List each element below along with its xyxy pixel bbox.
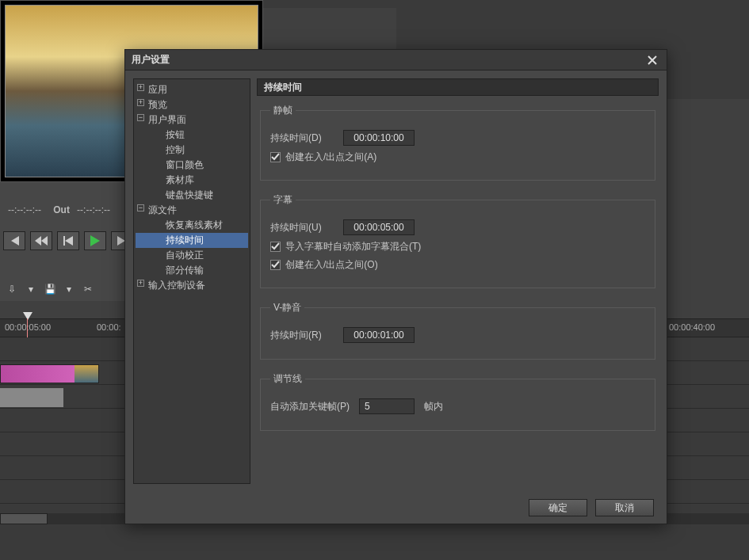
clip-thumbnail [75, 365, 98, 383]
subtitle-automix-checkbox[interactable]: 导入字幕时自动添加字幕混合(T) [270, 240, 421, 253]
ruler-mark: 00:00:05:00 [5, 322, 51, 332]
nav-label: 控制 [166, 144, 185, 155]
audio-clip[interactable] [0, 388, 63, 407]
group-rubberband: 调节线 自动添加关键帧(P) 5 帧内 [260, 372, 655, 431]
nav-src-duration[interactable]: 持续时间 [136, 233, 248, 248]
nav-label: 源文件 [148, 204, 177, 215]
still-create-inout-checkbox[interactable]: 创建在入/出点之间(A) [270, 150, 376, 164]
tc-dash-out: --:--:--:-- [77, 204, 110, 215]
nav-application[interactable]: +应用 [136, 82, 248, 97]
nav-label: 预览 [148, 99, 167, 110]
subtitle-duration-input[interactable]: 00:00:05:00 [343, 219, 415, 235]
dialog-title: 用户设置 [132, 53, 170, 67]
checkbox-icon [270, 260, 281, 270]
ruler-mark: 00:00:40:00 [669, 322, 715, 332]
collapse-icon[interactable]: − [137, 114, 144, 121]
vmute-duration-input[interactable]: 00:00:01:00 [343, 327, 415, 343]
settings-nav-tree: +应用 +预览 −用户界面 按钮 控制 窗口颜色 素材库 键盘快捷键 −源文件 … [133, 78, 250, 484]
group-legend: V-静音 [270, 301, 304, 314]
nav-label: 键盘快捷键 [166, 189, 213, 200]
nav-label: 自动校正 [166, 250, 204, 261]
subtitle-create-inout-checkbox[interactable]: 创建在入/出点之间(O) [270, 258, 378, 272]
expand-icon[interactable]: + [137, 99, 144, 106]
cancel-button[interactable]: 取消 [595, 499, 654, 516]
nav-label: 按钮 [166, 129, 185, 140]
tc-dash: --:--:--:-- [8, 204, 41, 215]
collapse-icon[interactable]: − [137, 204, 144, 211]
nav-ui-assetlib[interactable]: 素材库 [136, 173, 248, 188]
nav-label: 部分传输 [166, 265, 204, 276]
nav-ui-shortcut[interactable]: 键盘快捷键 [136, 188, 248, 203]
autokf-input[interactable]: 5 [359, 398, 415, 414]
dropdown-icon[interactable]: ▾ [62, 283, 76, 295]
edit-toolbar: ⇩ ▾ 💾 ▾ ✂ [0, 277, 135, 301]
checkbox-label: 创建在入/出点之间(O) [285, 258, 378, 272]
user-settings-dialog: 用户设置 +应用 +预览 −用户界面 按钮 控制 窗口颜色 素材库 键盘快捷键 … [124, 49, 667, 524]
nav-label: 应用 [148, 84, 167, 95]
close-button[interactable] [644, 54, 660, 67]
nav-label: 持续时间 [166, 234, 204, 246]
nav-source[interactable]: −源文件 [136, 203, 248, 218]
nav-label: 素材库 [166, 174, 194, 185]
expand-icon[interactable]: + [137, 84, 144, 91]
nav-src-partial[interactable]: 部分传输 [136, 263, 248, 278]
vmute-duration-label: 持续时间(R) [270, 329, 334, 342]
still-duration-input[interactable]: 00:00:10:00 [343, 130, 415, 146]
checkbox-icon [270, 152, 281, 162]
content-header: 持续时间 [257, 78, 659, 96]
nav-src-autofix[interactable]: 自动校正 [136, 248, 248, 263]
nav-user-interface[interactable]: −用户界面 [136, 112, 248, 128]
save-icon[interactable]: 💾 [43, 283, 57, 295]
expand-icon[interactable]: + [137, 280, 144, 287]
checkbox-label: 导入字幕时自动添加字幕混合(T) [285, 240, 421, 253]
group-subtitle: 字幕 持续时间(U) 00:00:05:00 导入字幕时自动添加字幕混合(T) [260, 193, 655, 288]
rewind-button[interactable] [30, 231, 52, 250]
nav-src-restore[interactable]: 恢复离线素材 [136, 218, 248, 233]
nav-ui-button[interactable]: 按钮 [136, 128, 248, 143]
cut-icon[interactable]: ✂ [81, 283, 95, 295]
nav-input-control[interactable]: +输入控制设备 [136, 278, 248, 293]
timecode-row: --:--:--:-- Out --:--:--:-- [8, 204, 110, 215]
nav-label: 输入控制设备 [148, 280, 205, 291]
autokf-label: 自动添加关键帧(P) [270, 400, 350, 413]
checkbox-label: 创建在入/出点之间(A) [285, 150, 376, 164]
prev-button[interactable] [3, 231, 25, 250]
group-vmute: V-静音 持续时间(R) 00:00:01:00 [260, 301, 655, 360]
ok-button[interactable]: 确定 [529, 499, 587, 516]
group-legend: 调节线 [270, 372, 305, 386]
nav-label: 恢复离线素材 [166, 219, 223, 230]
nav-label: 窗口颜色 [166, 159, 204, 170]
dropdown-icon[interactable]: ▾ [24, 283, 38, 295]
frames-suffix: 帧内 [424, 400, 443, 413]
nav-ui-control[interactable]: 控制 [136, 143, 248, 158]
video-clip[interactable] [0, 364, 99, 383]
step-back-button[interactable] [57, 231, 79, 250]
nav-preview[interactable]: +预览 [136, 97, 248, 112]
group-legend: 静帧 [270, 104, 296, 117]
ruler-mark: 00:00: [97, 322, 121, 332]
dialog-titlebar[interactable]: 用户设置 [125, 50, 667, 70]
out-label: Out [53, 204, 70, 215]
export-icon[interactable]: ⇩ [5, 283, 19, 295]
subtitle-duration-label: 持续时间(U) [270, 221, 334, 234]
group-legend: 字幕 [270, 193, 296, 207]
scrollbar-thumb[interactable] [0, 513, 48, 524]
playhead-icon[interactable] [23, 312, 32, 320]
still-duration-label: 持续时间(D) [270, 131, 334, 145]
nav-label: 用户界面 [148, 114, 186, 125]
play-button[interactable] [84, 231, 106, 250]
nav-ui-wincolor[interactable]: 窗口颜色 [136, 158, 248, 173]
settings-content: 持续时间 静帧 持续时间(D) 00:00:10:00 创建在入/出点之间(A) [257, 78, 659, 484]
dialog-footer: 确定 取消 [125, 492, 667, 524]
group-still: 静帧 持续时间(D) 00:00:10:00 创建在入/出点之间(A) [260, 104, 655, 181]
checkbox-icon [270, 242, 281, 252]
